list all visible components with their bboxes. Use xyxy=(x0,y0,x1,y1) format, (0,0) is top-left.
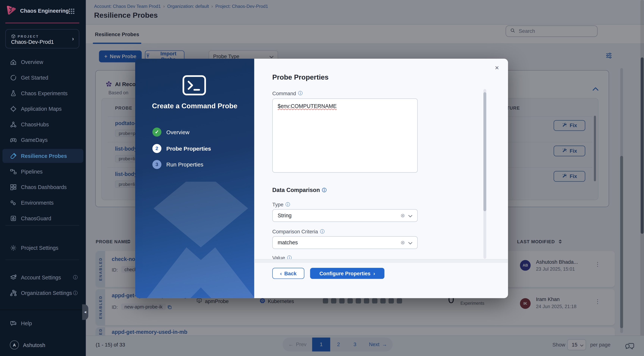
close-icon[interactable]: × xyxy=(495,64,499,72)
sidebar-item-label: Organization Settings xyxy=(21,290,72,296)
sidebar-item-help[interactable]: Help xyxy=(2,316,84,330)
sidebar-item-chaos-dashboards[interactable]: Chaos Dashboards xyxy=(2,180,84,194)
chevron-down-icon xyxy=(408,240,412,246)
type-label: Type ⓘ xyxy=(272,201,290,207)
modal-scrollbar-track[interactable] xyxy=(483,89,486,259)
lock-badge-icon xyxy=(10,215,17,222)
configure-properties-button[interactable]: Configure Properties › xyxy=(310,268,384,279)
step-number: 3 xyxy=(152,160,161,169)
app: Chaos Engineering PROJECT Chaos-Dev-Prod… xyxy=(0,0,644,356)
step-label: Run Properties xyxy=(166,161,203,168)
modal-scrollbar-thumb[interactable] xyxy=(483,92,486,211)
user-name: Ashutosh xyxy=(23,342,45,348)
info-icon: ⓘ xyxy=(287,255,292,259)
criteria-value: matches xyxy=(278,240,397,246)
info-icon: ⓘ xyxy=(320,229,324,235)
layers-gear-icon xyxy=(10,274,17,281)
project-label: PROJECT xyxy=(18,35,39,38)
command-input[interactable]: $env:COMPUTERNAME xyxy=(272,98,418,173)
molecule-icon xyxy=(10,121,17,128)
sidebar-item-label: Project Settings xyxy=(21,245,58,251)
sidebar-item-label: Environments xyxy=(21,200,54,206)
sidebar-item-application-maps[interactable]: Application Maps xyxy=(2,102,84,116)
sidebar-item-label: Overview xyxy=(21,59,43,65)
sidebar-item-chaosguard[interactable]: ChaosGuard xyxy=(2,211,84,225)
sidebar-item-label: Application Maps xyxy=(21,106,62,112)
wizard-side-panel: Create a Command Probe ✓ Overview 2 Prob… xyxy=(135,59,254,298)
divider xyxy=(0,310,86,310)
sidebar-item-label: Pipelines xyxy=(21,168,42,174)
sidebar-item-chaos-experiments[interactable]: Chaos Experiments xyxy=(2,86,84,100)
sidebar-item-label: Resilience Probes xyxy=(21,153,67,159)
sidebar-item-pipelines[interactable]: Pipelines xyxy=(2,164,84,178)
sidebar-item-environments[interactable]: Environments xyxy=(2,196,84,210)
wizard-step-overview[interactable]: ✓ Overview xyxy=(152,127,190,136)
gear-icon xyxy=(10,244,17,251)
chevron-left-icon: ‹ xyxy=(280,271,282,276)
sidebar-item-label: Account Settings xyxy=(21,274,61,280)
comparison-criteria-label: Comparison Criteria ⓘ xyxy=(272,229,324,235)
back-button[interactable]: ‹ Back xyxy=(272,268,304,279)
step-number: 2 xyxy=(152,144,161,153)
org-gear-icon xyxy=(10,289,17,296)
value-label: Value xyxy=(272,255,285,259)
sidebar-item-organization-settings[interactable]: Organization Settings ⓘ xyxy=(2,286,84,300)
configure-label: Configure Properties xyxy=(320,271,370,276)
wizard-title: Create a Command Probe xyxy=(135,102,254,110)
info-icon: ⓘ xyxy=(73,290,78,296)
step-done-icon: ✓ xyxy=(152,127,161,136)
dashboard-grid-icon xyxy=(10,184,17,190)
sidebar-item-chaoshubs[interactable]: ChaosHubs xyxy=(2,117,84,131)
sidebar-item-overview[interactable]: Overview xyxy=(2,55,84,69)
chevron-right-icon: › xyxy=(72,35,74,42)
step-label: Overview xyxy=(166,129,190,135)
sidebar-item-gamedays[interactable]: GameDays xyxy=(2,133,84,147)
sidebar: Chaos Engineering PROJECT Chaos-Dev-Prod… xyxy=(0,0,86,356)
project-selector[interactable]: PROJECT Chaos-Dev-Prod1 › xyxy=(6,29,79,48)
command-value: $env:COMPUTERNAME xyxy=(278,103,336,109)
chevron-down-icon xyxy=(408,213,412,219)
module-grid-icon[interactable] xyxy=(69,8,75,16)
collapse-arrow-icon: ◀ xyxy=(84,311,86,314)
info-icon: ⓘ xyxy=(73,274,78,280)
app-title: Chaos Engineering xyxy=(20,8,69,14)
divider xyxy=(6,260,79,260)
gamepad-icon xyxy=(10,136,17,143)
sidebar-item-label: Get Started xyxy=(21,74,48,80)
wizard-step-run-properties[interactable]: 3 Run Properties xyxy=(152,160,203,169)
help-chat-icon xyxy=(10,320,17,327)
test-tube-icon xyxy=(10,152,17,159)
info-icon: ⓘ xyxy=(286,201,290,207)
accent-divider xyxy=(6,22,79,23)
footer-divider xyxy=(254,259,508,263)
panel-title: Probe Properties xyxy=(272,73,329,82)
sidebar-user[interactable]: A Ashutosh xyxy=(2,337,84,353)
avatar: A xyxy=(10,340,19,349)
type-select[interactable]: String ⊗ xyxy=(272,209,418,222)
create-command-probe-modal: Create a Command Probe ✓ Overview 2 Prob… xyxy=(135,59,508,298)
sidebar-item-resilience-probes[interactable]: Resilience Probes xyxy=(2,149,84,163)
wizard-step-probe-properties[interactable]: 2 Probe Properties xyxy=(152,144,211,153)
probe-properties-panel: × Probe Properties Command ⓘ $env:COMPUT… xyxy=(254,59,508,298)
project-name: Chaos-Dev-Prod1 xyxy=(11,39,54,45)
sidebar-item-label: Chaos Dashboards xyxy=(21,184,66,190)
sidebar-collapse-handle[interactable]: ◀ xyxy=(82,304,88,320)
comparison-criteria-select[interactable]: matches ⊗ xyxy=(272,236,418,249)
sidebar-item-get-started[interactable]: Get Started xyxy=(2,70,84,84)
sidebar-item-label: GameDays xyxy=(21,137,48,143)
sidebar-item-project-settings[interactable]: Project Settings xyxy=(2,241,84,255)
type-value: String xyxy=(278,213,397,219)
clear-icon[interactable]: ⊗ xyxy=(400,213,405,219)
sidebar-item-account-settings[interactable]: Account Settings ⓘ xyxy=(2,270,84,284)
sidebar-item-label: Help xyxy=(21,320,32,326)
pipeline-icon xyxy=(10,168,17,175)
home-icon xyxy=(10,58,17,65)
sidebar-item-label: ChaosHubs xyxy=(21,121,49,127)
clear-icon[interactable]: ⊗ xyxy=(400,240,405,246)
help-chat-fab-icon[interactable] xyxy=(624,342,635,353)
divider xyxy=(6,225,79,226)
command-label: Command ⓘ xyxy=(272,90,302,96)
get-started-icon xyxy=(10,74,17,81)
value-label-clipped: Value ⓘ xyxy=(272,255,292,259)
harness-logo-icon xyxy=(6,5,17,17)
